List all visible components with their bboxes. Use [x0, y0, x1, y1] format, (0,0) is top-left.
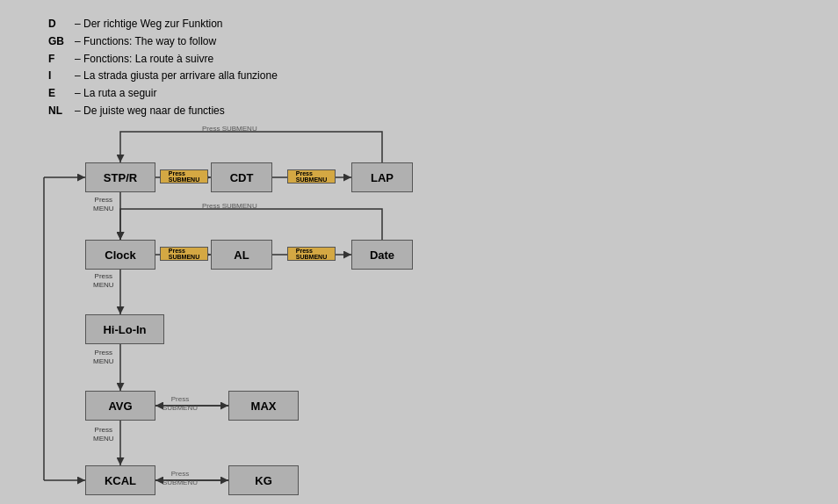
box-hiloIn: Hi-Lo-In	[85, 314, 164, 344]
box-clock: Clock	[85, 240, 155, 270]
legend-text-f: – Fonctions: La route à suivre	[75, 51, 213, 68]
box-al: AL	[211, 240, 272, 270]
box-stpr: STP/R	[85, 162, 155, 192]
legend-key-gb: GB	[48, 33, 69, 51]
box-max: MAX	[228, 391, 299, 421]
press-menu-avg-kcal: PressMENU	[93, 426, 114, 443]
legend-key-f: F	[48, 51, 69, 68]
press-menu-stpr-clock: PressMENU	[93, 196, 114, 212]
legend-key-d: D	[48, 16, 69, 33]
press-submenu-top-arc-label: Press SUBMENU	[202, 125, 257, 133]
legend-key-i: I	[48, 68, 69, 85]
press-menu-clock-hiloIn: PressMENU	[93, 272, 114, 289]
box-lap: LAP	[351, 162, 413, 192]
press-submenu-top-arc-label-2: Press SUBMENU	[202, 202, 257, 211]
legend-text-e: – La ruta a seguir	[75, 85, 156, 103]
legend-text-gb: – Functions: The way to follow	[75, 33, 216, 51]
box-avg: AVG	[85, 391, 155, 421]
press-menu-hiloIn-avg: PressMENU	[93, 349, 114, 365]
press-submenu-stpr-cdt: PressSUBMENU	[160, 169, 208, 184]
legend-item-gb: GB – Functions: The way to follow	[48, 33, 278, 51]
legend-text-i: – La strada giusta per arrivare alla fun…	[75, 68, 278, 85]
box-kg: KG	[228, 465, 299, 495]
press-submenu-clock-al: PressSUBMENU	[160, 247, 208, 261]
box-cdt: CDT	[211, 162, 272, 192]
legend: D – Der richtige Weg zur Funktion GB – F…	[48, 16, 278, 120]
press-submenu-cdt-lap: PressSUBMENU	[287, 169, 336, 184]
legend-item-d: D – Der richtige Weg zur Funktion	[48, 16, 278, 33]
legend-item-e: E – La ruta a seguir	[48, 85, 278, 103]
box-kcal: KCAL	[85, 465, 155, 495]
legend-item-f: F – Fonctions: La route à suivre	[48, 51, 278, 68]
legend-item-i: I – La strada giusta per arrivare alla f…	[48, 68, 278, 85]
press-submenu-kcal-kg: PressSUBMENU	[163, 470, 198, 486]
press-submenu-al-date: PressSUBMENU	[287, 247, 336, 261]
flow-diagram: STP/R CDT LAP Clock AL Date Hi-Lo-In AVG…	[26, 114, 466, 492]
box-date: Date	[351, 240, 413, 270]
legend-key-e: E	[48, 85, 69, 103]
press-submenu-avg-max: PressSUBMENU	[163, 395, 198, 412]
legend-text-d: – Der richtige Weg zur Funktion	[75, 16, 223, 33]
